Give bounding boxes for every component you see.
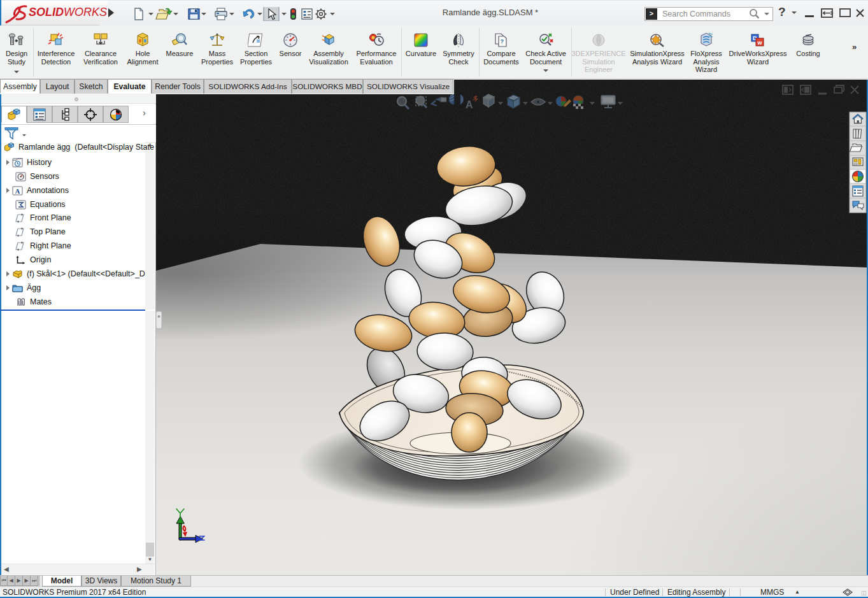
svg-text:?: ? (501, 38, 504, 45)
svg-text:w: w (757, 39, 763, 46)
svg-text:A: A (466, 99, 473, 110)
svg-text:A: A (15, 187, 20, 195)
